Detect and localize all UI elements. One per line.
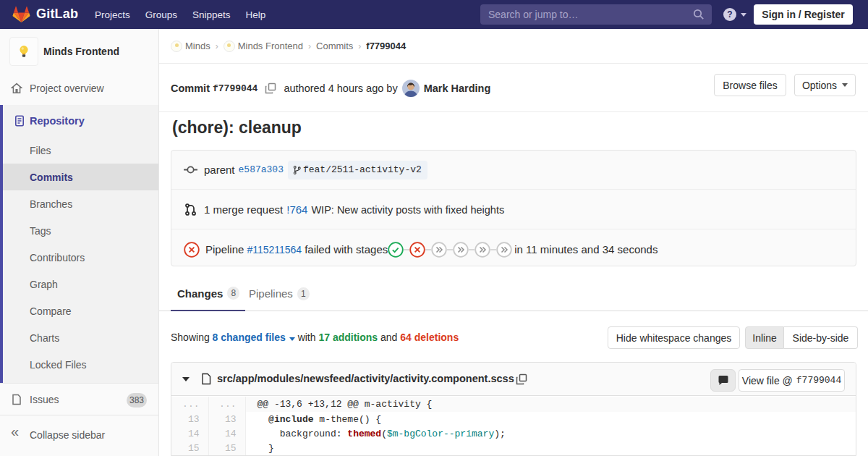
svg-text:?: ? (727, 9, 732, 20)
